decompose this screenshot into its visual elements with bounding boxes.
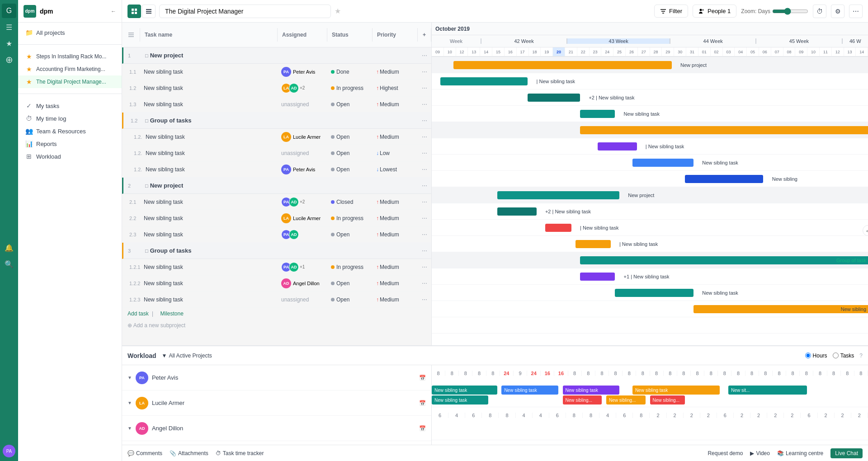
grid-icon[interactable]: G <box>2 4 16 18</box>
nav-starred-1[interactable]: ★ Steps In Installing Rack Mo... <box>18 50 122 63</box>
row-actions[interactable]: ⋯ <box>418 51 431 61</box>
row-actions[interactable]: ⋯ <box>418 213 431 223</box>
gantt-bar[interactable] <box>580 256 868 264</box>
zoom-slider[interactable] <box>772 8 808 15</box>
nav-my-tasks[interactable]: ✓ My tasks <box>18 99 122 112</box>
row-actions[interactable]: ⋯ <box>418 181 431 191</box>
row-actions[interactable]: ⋯ <box>418 148 431 158</box>
person-expand-icon[interactable]: ▼ <box>127 426 132 431</box>
workload-task-bar[interactable]: New sibling... <box>650 395 685 405</box>
user-avatar[interactable]: PA <box>3 445 15 457</box>
row-task-name[interactable]: New sibling task <box>140 99 278 109</box>
row-actions[interactable]: ⋯ <box>418 197 431 207</box>
nav-back-button[interactable]: ← <box>111 8 116 14</box>
row-task-name[interactable]: New sibling task <box>140 230 278 240</box>
gantt-bar[interactable] <box>440 77 528 85</box>
gantt-bar[interactable] <box>580 126 868 134</box>
nav-my-time-log[interactable]: ⏱ My time log <box>18 112 122 125</box>
gantt-bar[interactable] <box>497 207 537 216</box>
row-actions[interactable]: ⋯ <box>418 116 431 126</box>
row-task-name[interactable]: New sibling task <box>140 197 278 207</box>
filter-button[interactable]: Filter <box>654 5 688 18</box>
nav-team-resources[interactable]: 👥 Team & Resources <box>18 125 122 137</box>
row-actions[interactable]: ⋯ <box>418 295 431 305</box>
row-task-name[interactable]: New sibling task <box>142 132 278 142</box>
list-view-button[interactable] <box>142 5 156 18</box>
calendar-icon[interactable]: 📅 <box>419 375 426 381</box>
task-time-button[interactable]: ⏱ Task time tracker <box>216 450 264 456</box>
row-task-name[interactable]: New sibling task <box>142 148 278 158</box>
add-icon[interactable]: ⊕ <box>2 52 16 67</box>
row-actions[interactable]: ⋯ <box>418 132 431 142</box>
row-task-name[interactable]: New sibling task <box>140 278 278 288</box>
nav-starred-3[interactable]: ★ The Digital Project Manage... <box>18 75 122 88</box>
person-expand-icon[interactable]: ▼ <box>127 375 132 380</box>
row-task-name[interactable]: New sibling task <box>140 295 278 305</box>
people-button[interactable]: People 1 <box>693 5 736 18</box>
row-actions[interactable]: ⋯ <box>418 83 431 93</box>
gantt-bar[interactable] <box>528 94 580 102</box>
person-expand-icon[interactable]: ▼ <box>127 400 132 405</box>
gantt-bar[interactable] <box>545 224 571 232</box>
gantt-bar[interactable] <box>453 61 672 69</box>
row-actions[interactable]: ⋯ <box>418 262 431 272</box>
star-icon[interactable]: ★ <box>2 36 16 51</box>
row-actions[interactable]: ⋯ <box>418 246 431 256</box>
calendar-icon[interactable]: 📅 <box>419 425 426 432</box>
add-milestone-button[interactable]: Milestone <box>160 310 184 317</box>
row-actions[interactable]: ⋯ <box>418 165 431 174</box>
row-task-name[interactable]: New sibling task <box>142 165 278 174</box>
history-button[interactable]: ⏱ <box>813 5 826 18</box>
tasks-radio[interactable]: Tasks <box>833 353 854 359</box>
gantt-bar[interactable] <box>598 142 637 151</box>
gantt-bar[interactable] <box>615 289 693 297</box>
gantt-bar[interactable] <box>580 110 615 118</box>
row-task-name[interactable]: □ New project <box>142 50 278 61</box>
nav-all-projects[interactable]: 📁 All projects <box>18 26 122 39</box>
row-actions[interactable]: ⋯ <box>418 99 431 109</box>
attachments-button[interactable]: 📎 Attachments <box>170 450 208 456</box>
add-col-button[interactable]: + <box>418 28 431 42</box>
workload-task-bar[interactable]: New sibling task <box>632 386 720 395</box>
group-collapse-icon[interactable]: □ <box>145 118 148 123</box>
hours-radio[interactable]: Hours <box>805 353 827 359</box>
row-actions[interactable]: ⋯ <box>418 278 431 288</box>
calendar-icon[interactable]: 📅 <box>419 400 426 406</box>
row-task-name[interactable]: □ New project <box>142 180 278 191</box>
nav-reports[interactable]: 📊 Reports <box>18 137 122 150</box>
live-chat-button[interactable]: Live Chat <box>830 448 863 458</box>
workload-task-bar[interactable]: New sibling task <box>563 386 619 395</box>
workload-task-bar[interactable]: New sibling task <box>432 395 488 405</box>
grid-view-button[interactable] <box>127 5 141 18</box>
nav-workload[interactable]: ⊞ Workload <box>18 150 122 163</box>
workload-filter-button[interactable]: ▼ All Active Projects <box>162 353 212 359</box>
project-name-input[interactable] <box>159 5 331 18</box>
comments-button[interactable]: 💬 Comments <box>127 450 162 456</box>
section-collapse-icon[interactable]: □ <box>145 53 148 58</box>
row-actions[interactable]: ⋯ <box>418 67 431 77</box>
row-task-name[interactable]: New sibling task <box>140 213 278 223</box>
row-task-name[interactable]: New sibling task <box>140 83 278 93</box>
request-demo-link[interactable]: Request demo <box>708 450 743 456</box>
row-task-name[interactable]: New sibling task <box>140 262 278 272</box>
workload-task-bar[interactable]: New sibling... <box>563 395 602 405</box>
gantt-bar[interactable] <box>497 191 619 199</box>
hamburger-icon[interactable]: ☰ <box>2 20 16 34</box>
workload-task-bar[interactable]: New sibling... <box>606 395 646 405</box>
add-subproject-row[interactable]: ⊕ Add a new subproject <box>122 320 431 331</box>
gantt-bar[interactable] <box>632 159 693 167</box>
section-collapse-icon[interactable]: □ <box>145 183 148 188</box>
search-icon[interactable]: 🔍 <box>2 257 16 271</box>
workload-task-bar[interactable]: New sibling task <box>432 386 497 395</box>
bell-icon[interactable]: 🔔 <box>2 240 16 255</box>
more-button[interactable]: ⋯ <box>849 5 863 18</box>
favorite-button[interactable]: ★ <box>335 7 341 15</box>
row-task-name[interactable]: New sibling task <box>140 67 278 77</box>
row-actions[interactable]: ⋯ <box>418 230 431 240</box>
help-icon[interactable]: ? <box>859 353 863 359</box>
nav-starred-2[interactable]: ★ Accounting Firm Marketing... <box>18 63 122 75</box>
row-task-name[interactable]: □ Group of tasks <box>142 245 278 256</box>
group-collapse-icon[interactable]: □ <box>145 248 148 254</box>
gantt-bar[interactable] <box>580 273 615 281</box>
gantt-bar[interactable] <box>685 175 764 183</box>
